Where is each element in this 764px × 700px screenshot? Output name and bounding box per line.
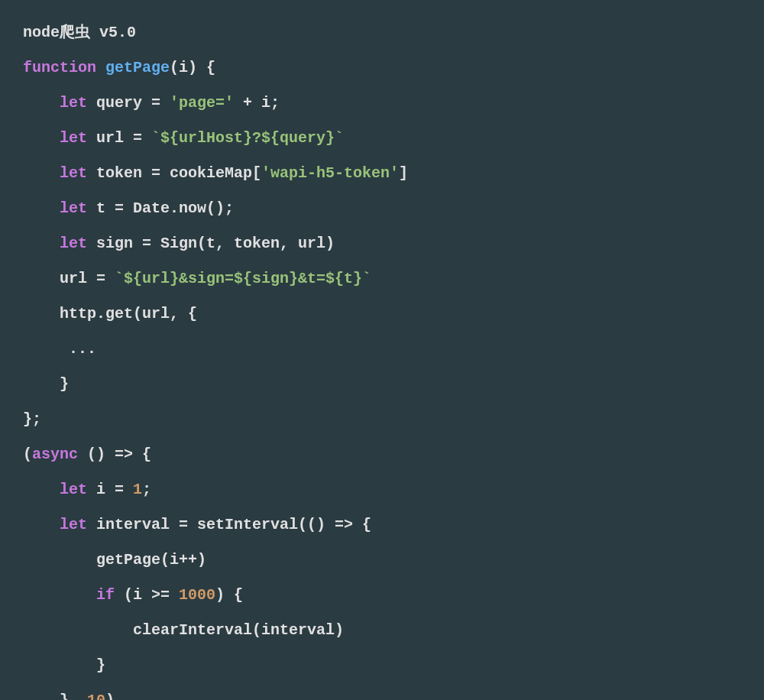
- code-line: http.get(url, {: [23, 305, 197, 322]
- code-line: }, 10): [23, 692, 115, 700]
- code-line: function getPage(i) {: [23, 59, 215, 76]
- code-line: }: [23, 656, 105, 674]
- code-line: (async () => {: [23, 446, 151, 463]
- code-line: clearInterval(interval): [23, 621, 344, 639]
- code-line: node爬虫 v5.0: [23, 24, 136, 41]
- code-line: };: [23, 410, 41, 428]
- code-block: node爬虫 v5.0 function getPage(i) { let qu…: [23, 15, 741, 700]
- code-line: let t = Date.now();: [23, 199, 234, 217]
- code-line: ...: [23, 340, 96, 358]
- code-line: let query = 'page=' + i;: [23, 94, 280, 112]
- code-line: }: [23, 375, 69, 393]
- code-line: let token = cookieMap['wapi-h5-token']: [23, 164, 408, 182]
- code-line: if (i >= 1000) {: [23, 586, 243, 604]
- code-line: let interval = setInterval(() => {: [23, 516, 371, 533]
- code-line: let url = `${urlHost}?${query}`: [23, 129, 344, 147]
- code-line: url = `${url}&sign=${sign}&t=${t}`: [23, 270, 371, 287]
- code-line: getPage(i++): [23, 551, 206, 569]
- code-line: let sign = Sign(t, token, url): [23, 235, 335, 252]
- code-line: let i = 1;: [23, 481, 151, 498]
